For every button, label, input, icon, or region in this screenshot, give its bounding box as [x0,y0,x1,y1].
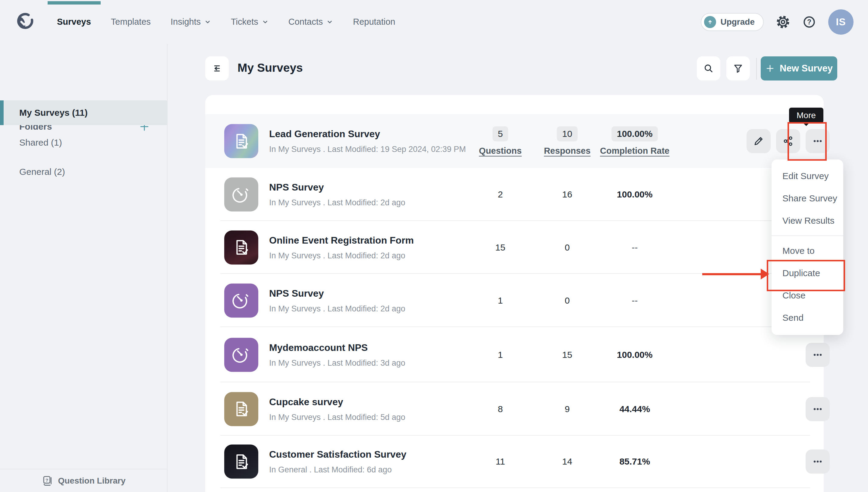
user-avatar[interactable]: IS [828,9,853,35]
survey-title[interactable]: Online Event Registration Form [269,235,414,246]
nav-item-reputation[interactable]: Reputation [343,17,405,27]
questions-count: 15 [495,242,505,252]
nav-item-surveys[interactable]: Surveys [47,17,101,27]
question-library-button[interactable]: ? Question Library [0,475,167,487]
menu-item-view-results[interactable]: View Results [771,210,843,232]
active-tab-indicator [48,1,101,4]
search-button[interactable] [697,56,720,80]
annotation-arrow [702,273,762,275]
responses-count: 10 [557,126,578,141]
survey-title[interactable]: Lead Generation Survey [269,128,466,140]
completion-label[interactable]: Completion Rate [600,146,669,156]
more-actions-button[interactable] [806,343,830,367]
sidebar-item-label: Shared (1) [19,138,62,148]
ellipsis-icon [812,403,824,415]
upgrade-label: Upgrade [720,17,755,27]
nav-item-tickets[interactable]: Tickets [221,17,279,27]
questions-count: 1 [498,350,503,360]
menu-item-edit-survey[interactable]: Edit Survey [771,165,843,187]
chevron-down-icon [326,19,333,25]
survey-row[interactable]: Lead Generation Survey In My Surveys . L… [205,114,824,168]
responses-label[interactable]: Responses [544,146,591,156]
responses-stat: 0 [565,295,570,306]
nps-gauge-icon [232,185,251,204]
responses-stat: 0 [565,242,570,253]
menu-item-move-to[interactable]: Move to [771,240,843,262]
share-survey-button[interactable] [776,129,800,153]
survey-row[interactable]: NPS Survey In My Surveys . Last Modified… [205,168,824,221]
menu-item-send[interactable]: Send [771,306,843,329]
help-icon[interactable]: ? [802,15,816,29]
responses-count: 0 [565,242,570,252]
search-icon [703,63,714,74]
settings-gear-icon[interactable] [776,15,790,29]
survey-row[interactable]: Customer Satisfaction Survey In General … [205,436,824,488]
completion-stat: -- [632,242,638,253]
collapse-sidebar-button[interactable] [205,56,229,80]
responses-count: 0 [565,295,570,305]
page-title: My Surveys [237,61,303,74]
questions-label[interactable]: Questions [479,146,522,156]
survey-meta: In My Surveys . Last Modified: 3d ago [269,358,405,368]
more-actions-button[interactable] [806,397,830,421]
completion-stat: 44.44% [619,404,650,414]
nav-label: Tickets [231,17,258,27]
filter-button[interactable] [726,56,750,80]
document-check-icon [232,452,251,471]
questions-stat: 1 [498,350,503,360]
more-actions-button[interactable] [806,449,830,474]
responses-count: 15 [562,350,572,360]
folders-sidebar: Folders My Surveys (11) Shared (1) Gener… [0,44,168,492]
top-nav: Surveys Templates Insights Tickets Conta… [0,0,868,44]
chevron-down-icon [204,19,211,25]
survey-info: Cupcake survey In My Surveys . Last Modi… [269,396,405,422]
sidebar-item-my-surveys[interactable]: My Surveys (11) [0,100,167,125]
sidebar-item-general[interactable]: General (2) [0,159,167,184]
survey-list-card: Lead Generation Survey In My Surveys . L… [205,95,824,492]
menu-item-close[interactable]: Close [771,284,843,306]
responses-stat: 9 [565,404,570,414]
survey-title[interactable]: NPS Survey [269,182,405,193]
sidebar-item-label: General (2) [19,167,65,177]
survey-info: Mydemoaccount NPS In My Surveys . Last M… [269,342,405,368]
menu-item-share-survey[interactable]: Share Survey [771,187,843,210]
survey-row[interactable]: Online Event Registration Form In My Sur… [205,221,824,274]
survey-meta: In My Surveys . Last Modified: 2d ago [269,251,414,260]
upgrade-button[interactable]: Upgrade [701,13,764,31]
row-actions [806,449,830,474]
zonka-logo-icon[interactable] [16,13,35,32]
questions-count: 5 [492,126,508,141]
survey-title[interactable]: Customer Satisfaction Survey [269,449,406,460]
completion-value: 100.00% [612,126,658,141]
nav-item-templates[interactable]: Templates [101,17,161,27]
survey-title[interactable]: NPS Survey [269,288,405,299]
row-actions [746,129,830,153]
nav-right-controls: Upgrade ? IS [701,0,853,44]
document-check-icon [232,238,251,257]
nav-label: Templates [111,17,151,27]
survey-title[interactable]: Mydemoaccount NPS [269,342,405,353]
survey-row[interactable]: Cupcake survey In My Surveys . Last Modi… [205,382,824,436]
edit-survey-button[interactable] [746,129,771,153]
survey-info: Customer Satisfaction Survey In General … [269,449,406,474]
new-survey-button[interactable]: New Survey [761,56,837,80]
nav-item-insights[interactable]: Insights [161,17,221,27]
header-divider [756,58,757,80]
questions-count: 1 [498,295,503,305]
row-context-menu: Edit Survey Share Survey View Results Mo… [771,159,843,335]
sidebar-item-shared[interactable]: Shared (1) [0,130,167,155]
nav-item-contacts[interactable]: Contacts [279,17,343,27]
question-library-book-icon: ? [41,475,53,487]
survey-title[interactable]: Cupcake survey [269,396,405,407]
survey-thumbnail [224,230,258,264]
svg-text:?: ? [46,477,48,483]
more-actions-button[interactable] [806,129,830,153]
survey-row[interactable]: Mydemoaccount NPS In My Surveys . Last M… [205,327,824,382]
survey-row[interactable]: NPS Survey In My Surveys . Last Modified… [205,274,824,327]
responses-stat: 14 [562,457,572,467]
nav-label: Surveys [57,17,91,27]
menu-item-duplicate[interactable]: Duplicate [771,262,843,284]
survey-thumbnail [224,284,258,317]
completion-stat: 85.71% [619,457,650,467]
completion-stat: 100.00% [617,350,653,360]
